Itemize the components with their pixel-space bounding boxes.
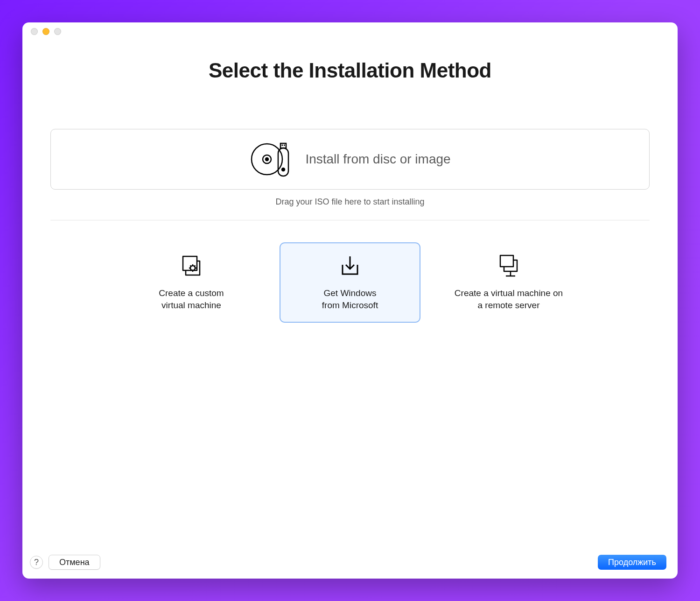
disc-usb-icon: [249, 141, 294, 178]
installer-window: Select the Installation Method Install f…: [22, 22, 678, 579]
svg-point-7: [282, 168, 285, 171]
dropzone-hint: Drag your ISO file here to start install…: [275, 197, 424, 207]
footer: ? Отмена Продолжить: [22, 546, 678, 579]
install-from-disc-dropzone[interactable]: Install from disc or image: [50, 129, 650, 190]
minimize-window-button[interactable]: [42, 28, 49, 35]
option-custom-vm[interactable]: Create a custom virtual machine: [121, 243, 261, 322]
cancel-button[interactable]: Отмена: [49, 555, 100, 570]
options-row: Create a custom virtual machine Get Wind…: [50, 243, 650, 322]
download-icon: [338, 254, 362, 278]
svg-point-2: [266, 158, 268, 161]
svg-line-15: [195, 270, 196, 271]
help-button[interactable]: ?: [30, 556, 43, 569]
option-get-windows[interactable]: Get Windows from Microsoft: [280, 243, 420, 322]
content-area: Select the Installation Method Install f…: [22, 40, 678, 546]
svg-rect-3: [278, 148, 288, 176]
svg-rect-6: [284, 145, 285, 146]
svg-rect-5: [282, 145, 283, 146]
maximize-window-button[interactable]: [54, 28, 61, 35]
option-label: Get Windows from Microsoft: [322, 287, 378, 311]
divider: [50, 220, 650, 220]
titlebar: [22, 22, 678, 40]
svg-line-17: [190, 270, 191, 271]
option-label: Create a virtual machine on a remote ser…: [455, 287, 563, 311]
continue-button[interactable]: Продолжить: [598, 555, 666, 570]
svg-rect-19: [500, 255, 513, 267]
option-remote-vm[interactable]: Create a virtual machine on a remote ser…: [439, 243, 579, 322]
svg-line-16: [195, 266, 196, 267]
dropzone-label: Install from disc or image: [305, 152, 450, 167]
svg-line-14: [190, 266, 191, 267]
custom-vm-icon: [179, 254, 203, 278]
svg-rect-4: [280, 143, 286, 148]
remote-vm-icon: [497, 254, 521, 278]
option-label: Create a custom virtual machine: [159, 287, 224, 311]
page-title: Select the Installation Method: [209, 59, 491, 82]
close-window-button[interactable]: [31, 28, 38, 35]
